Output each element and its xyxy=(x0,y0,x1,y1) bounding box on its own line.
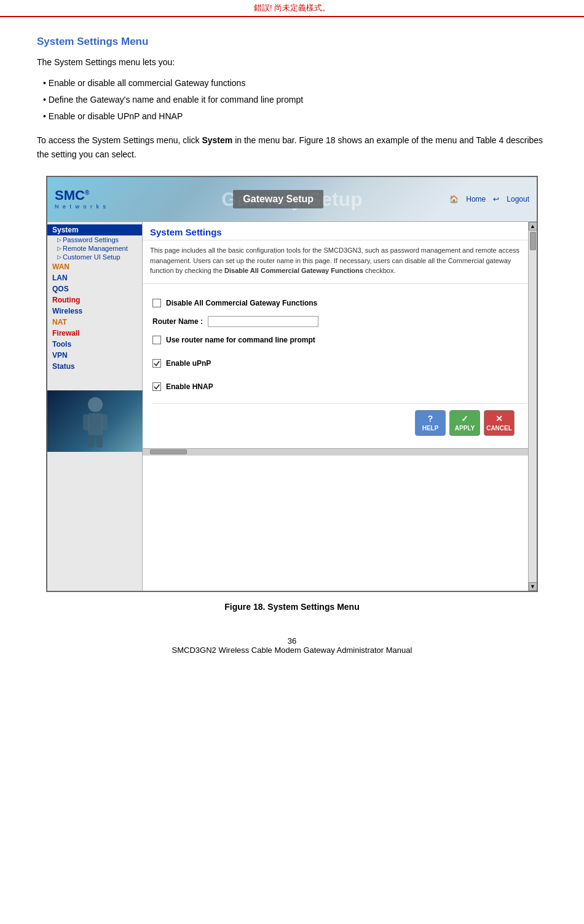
gateway-header: SMC® N e t w o r k s Gateway Setup Gatew… xyxy=(47,177,537,221)
sidebar-item-vpn[interactable]: VPN xyxy=(47,350,142,361)
enable-hnap-row: Enable HNAP xyxy=(152,382,527,391)
sidebar-image-inner xyxy=(47,390,143,452)
cancel-label: CANCEL xyxy=(486,425,512,432)
sidebar-item-tools[interactable]: Tools xyxy=(47,339,142,350)
svg-rect-4 xyxy=(88,435,94,448)
sidebar-item-system-active[interactable]: System xyxy=(47,224,142,235)
access-paragraph: To access the System Settings menu, clic… xyxy=(37,133,547,161)
sidebar-item-lan[interactable]: LAN xyxy=(47,272,142,283)
help-label: HELP xyxy=(422,425,439,432)
apply-label: APPLY xyxy=(455,425,475,432)
access-bold: System xyxy=(202,135,232,145)
main-panel: ▲ ▼ System Settings This page includes a… xyxy=(143,222,537,591)
bullet-item-1: Enable or disable all commercial Gateway… xyxy=(43,75,547,92)
scroll-up-arrow[interactable]: ▲ xyxy=(529,222,537,231)
access-text-before: To access the System Settings menu, clic… xyxy=(37,135,202,145)
sidebar-subitem-password[interactable]: Password Settings xyxy=(47,235,142,244)
enable-hnap-checkbox[interactable] xyxy=(152,382,161,391)
smc-logo-text: SMC® xyxy=(55,189,107,202)
use-router-name-label: Use router name for command line prompt xyxy=(166,336,315,344)
horizontal-scrollbar[interactable] xyxy=(143,448,537,456)
sidebar-item-firewall[interactable]: Firewall xyxy=(47,328,142,339)
sidebar-item-routing[interactable]: Routing xyxy=(47,294,142,306)
sidebar-item-qos[interactable]: QOS xyxy=(47,283,142,294)
sidebar-subitem-remote[interactable]: Remote Management xyxy=(47,244,142,253)
use-router-name-checkbox[interactable] xyxy=(152,336,161,344)
bullet-item-3: Enable or disable UPnP and HNAP xyxy=(43,108,547,125)
sidebar-item-wireless[interactable]: Wireless xyxy=(47,306,142,317)
cancel-button[interactable]: ✕ CANCEL xyxy=(484,410,515,436)
svg-point-0 xyxy=(88,397,103,412)
enable-upnp-row: Enable uPnP xyxy=(152,359,527,368)
error-text: 錯誤! 尚未定義樣式。 xyxy=(254,3,330,12)
sidebar: System Password Settings Remote Manageme… xyxy=(47,222,143,591)
main-content: System Settings Menu The System Settings… xyxy=(0,17,584,679)
router-name-input[interactable] xyxy=(208,316,318,327)
page-number: 36 xyxy=(37,636,547,646)
enable-hnap-label: Enable HNAP xyxy=(166,382,213,391)
svg-rect-5 xyxy=(97,435,103,448)
panel-desc-end: checkbox. xyxy=(363,267,396,274)
figure-caption: Figure 18. System Settings Menu xyxy=(37,602,547,612)
svg-rect-1 xyxy=(88,413,103,435)
panel-title-bar: System Settings xyxy=(143,222,537,240)
bullet-item-2: Define the Gateway's name and enable it … xyxy=(43,92,547,108)
sidebar-item-status[interactable]: Status xyxy=(47,361,142,372)
enable-upnp-checkbox[interactable] xyxy=(152,359,161,368)
router-name-row: Router Name : xyxy=(152,316,527,327)
bullet-list: Enable or disable all commercial Gateway… xyxy=(43,75,547,125)
scroll-thumb[interactable] xyxy=(530,232,536,250)
panel-scrollbar[interactable]: ▲ ▼ xyxy=(528,222,537,591)
smc-networks: N e t w o r k s xyxy=(55,203,107,210)
home-icon: 🏠 xyxy=(449,195,459,203)
router-name-label: Router Name : xyxy=(152,317,203,326)
sidebar-item-wan[interactable]: WAN xyxy=(47,261,142,272)
help-icon: ? xyxy=(428,414,433,424)
screenshot-container: SMC® N e t w o r k s Gateway Setup Gatew… xyxy=(46,176,538,592)
svg-rect-3 xyxy=(101,414,108,430)
apply-button[interactable]: ✓ APPLY xyxy=(449,410,480,436)
cancel-icon: ✕ xyxy=(495,414,503,424)
apply-icon: ✓ xyxy=(461,414,468,424)
footer: 36 SMCD3GN2 Wireless Cable Modem Gateway… xyxy=(37,636,547,655)
person-silhouette-svg xyxy=(77,393,114,449)
gateway-nav-links: 🏠 Home ↩ Logout xyxy=(449,195,529,203)
panel-title: System Settings xyxy=(150,227,529,237)
panel-body: Disable All Commercial Gateway Functions… xyxy=(143,284,537,448)
logout-icon: ↩ xyxy=(493,195,499,203)
error-bar: 錯誤! 尚未定義樣式。 xyxy=(0,0,584,17)
home-link[interactable]: Home xyxy=(466,195,486,203)
footer-document: SMCD3GN2 Wireless Cable Modem Gateway Ad… xyxy=(37,646,547,655)
section-title: System Settings Menu xyxy=(37,36,547,48)
disable-gw-checkbox[interactable] xyxy=(152,299,161,307)
logout-link[interactable]: Logout xyxy=(507,195,529,203)
h-scroll-thumb[interactable] xyxy=(150,449,187,454)
use-router-name-row: Use router name for command line prompt xyxy=(152,336,527,344)
help-button[interactable]: ? HELP xyxy=(415,410,446,436)
panel-desc-bold: Disable All Commercial Gateway Functions xyxy=(224,267,363,274)
sidebar-image xyxy=(47,390,143,452)
enable-upnp-label: Enable uPnP xyxy=(166,359,211,368)
panel-description: This page includes all the basic configu… xyxy=(143,240,537,284)
disable-gw-row: Disable All Commercial Gateway Functions xyxy=(152,299,527,307)
smc-logo: SMC® N e t w o r k s xyxy=(55,189,107,210)
panel-buttons: ? HELP ✓ APPLY ✕ CANCEL xyxy=(152,403,527,442)
sidebar-item-nat[interactable]: NAT xyxy=(47,317,142,328)
sidebar-subitem-customer[interactable]: Customer UI Setup xyxy=(47,253,142,261)
intro-paragraph: The System Settings menu lets you: xyxy=(37,55,547,69)
gateway-title-box: Gateway Setup xyxy=(233,190,323,208)
svg-rect-2 xyxy=(83,414,89,430)
disable-gw-label: Disable All Commercial Gateway Functions xyxy=(166,299,317,307)
gateway-body: System Password Settings Remote Manageme… xyxy=(47,221,537,591)
scroll-down-arrow[interactable]: ▼ xyxy=(529,582,537,591)
